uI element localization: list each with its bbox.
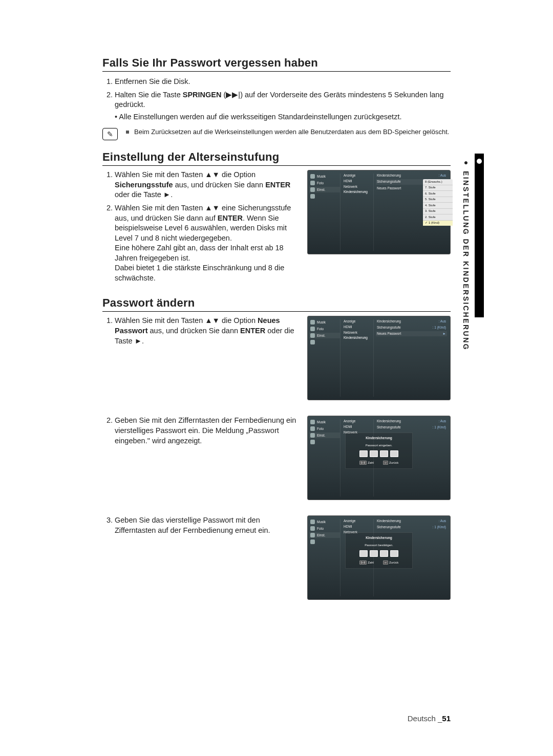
note-row: ✎ Beim Zurücksetzen auf die Werkseinstel… [102, 128, 451, 140]
side-black-bar [475, 154, 484, 317]
osd-fig-password-select: Musik Foto Einst. Anzeige HDMI Netzwerk … [307, 316, 451, 400]
password-step-3: Geben Sie das vierstellige Passwort mit … [115, 515, 298, 535]
manual-page: ● EINSTELLUNG DER KINDERSICHERUNG Falls … [0, 0, 553, 756]
rating-step-2: Wählen Sie mit den Tasten ▲▼ eine Sicher… [115, 203, 298, 284]
heading-rating: Einstellung der Alterseinstufung [102, 150, 451, 166]
password-step-2: Geben Sie mit den Zifferntasten der Fern… [115, 416, 298, 446]
password-modal-confirm: Kindersicherung Passwort bestätigen. 0~9… [345, 532, 413, 568]
password-step1-block: Wählen Sie mit den Tasten ▲▼ die Option … [102, 316, 451, 400]
password-step2-block: Geben Sie mit den Zifferntasten der Fern… [102, 416, 451, 500]
osd-right-panel: Kindersicherung: Aus Sicherungsstufe 8 (… [373, 174, 447, 251]
osd-fig-rating: Musik Foto Einst. Anzeige HDMI Netzwerk … [307, 170, 451, 254]
password-modal: Kindersicherung Passwort eingeben. 0~9Za… [345, 433, 413, 468]
heading-forgot-password: Falls Sie Ihr Passwort vergessen haben [102, 56, 451, 72]
osd-mid-menu: Anzeige HDMI Netzwerk Kindersicherung [340, 174, 373, 251]
note-icon: ✎ [102, 128, 118, 140]
osd-fig-password-enter: Musik Foto Einst. Anzeige HDMI Netzwerk … [307, 416, 451, 500]
side-tab-label: ● EINSTELLUNG DER KINDERSICHERUNG [462, 158, 470, 351]
osd-fig-password-confirm: Musik Foto Einst. Anzeige HDMI Netzwerk … [307, 515, 451, 600]
forgot-sub-bullet: Alle Einstellungen werden auf die werkss… [115, 112, 451, 122]
heading-change-password: Passwort ändern [102, 296, 451, 312]
forgot-step-2: Halten Sie die Taste SPRINGEN (▶▶|) auf … [115, 90, 451, 122]
rating-step-1: Wählen Sie mit den Tasten ▲▼ die Option … [115, 170, 298, 200]
rating-block: Wählen Sie mit den Tasten ▲▼ die Option … [102, 170, 451, 286]
password-step-1: Wählen Sie mit den Tasten ▲▼ die Option … [115, 316, 298, 346]
osd-left-nav: Musik Foto Einst. [309, 174, 340, 251]
note-text: Beim Zurücksetzen auf die Werkseinstellu… [134, 128, 449, 136]
password-step3-block: Geben Sie das vierstellige Passwort mit … [102, 515, 451, 600]
forgot-steps: Entfernen Sie die Disk. Halten Sie die T… [102, 77, 451, 122]
forgot-step-1: Entfernen Sie die Disk. [115, 77, 451, 87]
note-bullet-icon [126, 131, 129, 134]
side-tab-text: EINSTELLUNG DER KINDERSICHERUNG [462, 171, 470, 351]
rating-dropdown: 8 (Erwachs.) 7. Stufe 6. Stufe 5. Stufe … [423, 179, 453, 226]
page-footer: Deutsch _51 [408, 714, 451, 723]
